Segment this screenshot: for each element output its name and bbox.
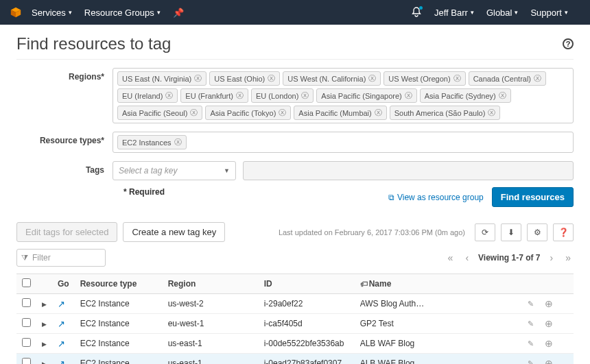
region-chip: US East (N. Virginia)ⓧ [117, 71, 206, 86]
caret-down-icon: ▾ [157, 9, 161, 16]
chip-remove-icon[interactable]: ⓧ [165, 90, 173, 101]
refresh-button[interactable]: ⟳ [475, 223, 495, 241]
chip-remove-icon[interactable]: ⓧ [488, 108, 495, 118]
topbar: Services▾ Resource Groups▾ 📌 Jeff Barr▾ … [0, 0, 590, 25]
open-resource-icon[interactable]: ↗ [58, 299, 65, 309]
chip-remove-icon[interactable]: ⓧ [375, 108, 382, 118]
expand-row-icon[interactable]: ▶ [42, 301, 47, 308]
cell-type: EC2 Instance [75, 334, 163, 354]
col-name[interactable]: 🏷Name [355, 274, 539, 294]
caret-down-icon: ▾ [565, 9, 568, 16]
chip-remove-icon[interactable]: ⓧ [236, 90, 244, 101]
tag-key-select[interactable]: Select a tag key ▼ [113, 161, 236, 180]
col-region[interactable]: Region [163, 274, 259, 294]
region-chip: EU (Frankfurt)ⓧ [180, 88, 248, 103]
filter-input[interactable]: ⧩ Filter [16, 249, 106, 267]
edit-tag-icon[interactable]: ✎ [528, 359, 534, 365]
region-chip: EU (London)ⓧ [251, 88, 314, 103]
edit-tag-icon[interactable]: ✎ [528, 319, 534, 328]
chip-label: South America (São Paulo) [394, 109, 486, 117]
chip-remove-icon[interactable]: ⓧ [534, 73, 541, 84]
edit-tag-icon[interactable]: ✎ [528, 300, 534, 308]
external-link-icon: ⧉ [388, 193, 394, 202]
pin-icon[interactable]: 📌 [173, 8, 184, 18]
chip-label: EC2 Instances [122, 138, 172, 147]
chip-remove-icon[interactable]: ⓧ [268, 73, 275, 84]
expand-row-icon[interactable]: ▶ [42, 361, 47, 364]
chip-remove-icon[interactable]: ⓧ [453, 73, 461, 84]
page-last-button[interactable]: » [563, 252, 574, 263]
chip-remove-icon[interactable]: ⓧ [405, 90, 412, 101]
region-chip: US East (Ohio)ⓧ [209, 71, 280, 86]
add-tag-icon[interactable]: ⊕ [545, 298, 553, 309]
page-first-button[interactable]: « [445, 252, 456, 263]
cell-id: i-ca5f405d [259, 314, 355, 334]
col-type[interactable]: Resource type [75, 274, 163, 294]
download-button[interactable]: ⬇ [501, 223, 521, 241]
expand-row-icon[interactable]: ▶ [42, 341, 47, 348]
edit-tag-icon[interactable]: ✎ [528, 339, 534, 348]
nav-user[interactable]: Jeff Barr▾ [434, 8, 474, 18]
page-prev-button[interactable]: ‹ [462, 252, 471, 263]
table-row: ▶↗EC2 Instanceus-west-2i-29a0ef22AWS Blo… [16, 294, 574, 314]
expand-row-icon[interactable]: ▶ [42, 321, 47, 328]
nav-services-label: Services [32, 8, 66, 18]
chip-remove-icon[interactable]: ⓧ [368, 73, 376, 84]
col-id[interactable]: ID [259, 274, 355, 294]
chip-remove-icon[interactable]: ⓧ [194, 73, 202, 84]
region-chip: US West (Oregon)ⓧ [384, 71, 465, 86]
chip-label: US East (Ohio) [214, 75, 265, 83]
chip-remove-icon[interactable]: ⓧ [499, 90, 506, 101]
add-tag-icon[interactable]: ⊕ [545, 358, 553, 364]
region-chip: EU (Ireland)ⓧ [117, 88, 178, 103]
cell-id: i-0ead27b83afef0307 [259, 354, 355, 365]
tag-name-value: ALB WAF Blog [360, 359, 415, 364]
create-tag-key-button[interactable]: Create a new tag key [123, 222, 225, 242]
page-next-button[interactable]: › [547, 252, 556, 263]
find-resources-button[interactable]: Find resources [492, 187, 574, 207]
col-go: Go [52, 274, 75, 294]
row-checkbox[interactable] [22, 318, 31, 327]
help-icon[interactable]: ? [563, 38, 574, 49]
tag-key-placeholder: Select a tag key [119, 166, 177, 175]
select-all-checkbox[interactable] [22, 278, 31, 287]
row-checkbox[interactable] [22, 338, 31, 347]
view-as-resource-group-link[interactable]: ⧉ View as resource group [388, 187, 484, 207]
caret-down-icon: ▾ [471, 9, 474, 16]
add-tag-icon[interactable]: ⊕ [545, 318, 553, 329]
chip-remove-icon[interactable]: ⓧ [301, 90, 309, 101]
cell-region: us-east-1 [163, 354, 259, 365]
nav-support[interactable]: Support▾ [530, 8, 568, 18]
notifications-icon[interactable] [411, 7, 422, 18]
regions-input[interactable]: US East (N. Virginia)ⓧUS East (Ohio)ⓧUS … [113, 68, 574, 123]
resource-types-input[interactable]: EC2 Instancesⓧ [113, 132, 574, 153]
tag-value-input[interactable] [243, 161, 574, 180]
settings-button[interactable]: ⚙ [527, 223, 547, 241]
region-chip: South America (São Paulo)ⓧ [390, 106, 501, 120]
toolbar-help-button[interactable]: ❓ [553, 223, 574, 241]
nav-region[interactable]: Global▾ [486, 8, 519, 18]
open-resource-icon[interactable]: ↗ [58, 339, 65, 349]
nav-resource-groups[interactable]: Resource Groups▾ [84, 8, 161, 18]
region-chip: Asia Pacific (Sydney)ⓧ [420, 88, 511, 103]
page-title: Find resources to tag [16, 34, 171, 53]
open-resource-icon[interactable]: ↗ [58, 319, 65, 329]
chip-label: Asia Pacific (Mumbai) [298, 109, 371, 117]
cell-region: eu-west-1 [163, 314, 259, 334]
chip-remove-icon[interactable]: ⓧ [174, 137, 182, 147]
pagination-text: Viewing 1-7 of 7 [478, 253, 540, 263]
cell-region: us-west-2 [163, 294, 259, 314]
open-resource-icon[interactable]: ↗ [58, 359, 65, 365]
row-checkbox[interactable] [22, 298, 31, 307]
chip-remove-icon[interactable]: ⓧ [190, 108, 198, 118]
aws-cube-icon[interactable] [10, 6, 22, 19]
refresh-icon: ⟳ [482, 228, 488, 237]
filter-placeholder: Filter [32, 253, 51, 263]
chip-remove-icon[interactable]: ⓧ [279, 108, 286, 118]
cell-id: i-29a0ef22 [259, 294, 355, 314]
row-checkbox[interactable] [22, 358, 31, 364]
nav-services[interactable]: Services▾ [32, 8, 72, 18]
caret-down-icon: ▼ [224, 167, 230, 174]
add-tag-icon[interactable]: ⊕ [545, 338, 553, 349]
region-chip: US West (N. California)ⓧ [283, 71, 381, 86]
